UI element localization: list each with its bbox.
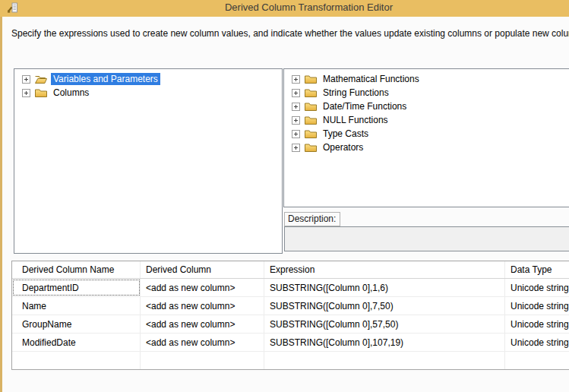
grid-cell-derived-column-name[interactable]: DepartmentID — [12, 279, 141, 296]
tree-item-string-functions[interactable]: String Functions — [284, 86, 569, 100]
tree-item-label[interactable]: Date/Time Functions — [321, 100, 409, 112]
title-bar[interactable]: Derived Column Transformation Editor — [0, 0, 569, 17]
grid-header-derived-column[interactable]: Derived Column — [141, 261, 264, 278]
grid-cell-expression[interactable]: SUBSTRING([Column 0],57,50) — [264, 315, 505, 333]
grid-header-derived-column-name[interactable]: Derived Column Name — [12, 261, 141, 278]
grid-header-row: Derived Column Name Derived Column Expre… — [12, 261, 569, 279]
tree-item-label[interactable]: Type Casts — [321, 128, 371, 140]
tree-item-label[interactable]: Variables and Parameters — [51, 73, 160, 85]
grid-cell-derived-column-name[interactable]: Name — [12, 297, 141, 315]
expand-plus-icon[interactable] — [292, 103, 300, 111]
tree-item-datetime-functions[interactable]: Date/Time Functions — [284, 100, 569, 113]
grid-row: Name <add as new column> SUBSTRING([Colu… — [12, 297, 569, 315]
tree-item-variables-and-parameters[interactable]: Variables and Parameters — [14, 72, 282, 86]
grid-cell-derived-column[interactable] — [141, 352, 264, 369]
expand-plus-icon[interactable] — [292, 89, 300, 97]
grid-header-expression[interactable]: Expression — [264, 261, 505, 278]
grid-cell-derived-column[interactable]: <add as new column> — [141, 279, 264, 296]
grid-row: GroupName <add as new column> SUBSTRING(… — [12, 315, 569, 334]
description-label: Description: — [284, 212, 340, 226]
expand-plus-icon[interactable] — [292, 75, 300, 84]
folder-icon — [305, 115, 317, 125]
grid-cell-data-type[interactable]: Unicode string — [505, 297, 569, 315]
folder-icon — [305, 74, 317, 84]
grid-cell-derived-column-name[interactable]: ModifiedDate — [12, 334, 141, 351]
grid-cell-expression[interactable]: SUBSTRING([Column 0],107,19) — [264, 334, 505, 351]
grid-cell-derived-column[interactable]: <add as new column> — [141, 315, 264, 333]
expand-plus-icon[interactable] — [292, 130, 300, 138]
derived-columns-grid: Derived Column Name Derived Column Expre… — [11, 261, 569, 370]
expand-plus-icon[interactable] — [22, 75, 30, 84]
grid-cell-data-type[interactable]: Unicode string — [505, 279, 569, 296]
description-box — [284, 226, 569, 251]
window-title: Derived Column Transformation Editor — [0, 2, 569, 13]
grid-row-empty — [12, 352, 569, 369]
tree-item-label[interactable]: Mathematical Functions — [321, 73, 422, 85]
source-tree: Variables and Parameters Columns — [14, 69, 282, 100]
grid-cell-expression[interactable]: SUBSTRING([Column 0],1,6) — [264, 279, 505, 296]
tree-item-label[interactable]: Operators — [321, 141, 365, 153]
window-border-left — [0, 17, 2, 392]
tree-item-label[interactable]: NULL Functions — [321, 114, 390, 126]
functions-tree-panel: Mathematical Functions String Functions … — [283, 68, 569, 207]
tree-item-mathematical-functions[interactable]: Mathematical Functions — [284, 72, 569, 86]
tree-item-columns[interactable]: Columns — [14, 86, 282, 100]
folder-icon — [305, 129, 317, 138]
grid-header-data-type[interactable]: Data Type — [505, 261, 569, 278]
functions-tree: Mathematical Functions String Functions … — [284, 69, 569, 154]
folder-icon — [305, 143, 317, 152]
expand-plus-icon[interactable] — [292, 116, 300, 125]
folder-icon — [305, 88, 317, 97]
grid-cell-data-type[interactable]: Unicode string — [505, 315, 569, 333]
grid-cell-derived-column[interactable]: <add as new column> — [141, 334, 264, 351]
grid-cell-data-type[interactable] — [505, 352, 569, 369]
source-tree-panel: Variables and Parameters Columns — [14, 68, 283, 254]
grid-cell-data-type[interactable]: Unicode string — [505, 334, 569, 351]
grid-row: DepartmentID <add as new column> SUBSTRI… — [12, 279, 569, 297]
tree-item-label[interactable]: String Functions — [321, 87, 391, 99]
grid-cell-derived-column-name[interactable]: GroupName — [12, 315, 141, 333]
tree-item-null-functions[interactable]: NULL Functions — [284, 113, 569, 127]
tree-item-operators[interactable]: Operators — [284, 141, 569, 154]
grid-cell-expression[interactable] — [264, 352, 505, 369]
derived-column-editor-window: Derived Column Transformation Editor Spe… — [0, 0, 569, 392]
grid-row: ModifiedDate <add as new column> SUBSTRI… — [12, 334, 569, 352]
grid-cell-derived-column[interactable]: <add as new column> — [141, 297, 264, 315]
instruction-text: Specify the expressions used to create n… — [11, 28, 569, 39]
grid-cell-expression[interactable]: SUBSTRING([Column 0],7,50) — [264, 297, 505, 315]
folder-icon — [35, 88, 47, 97]
folder-icon — [305, 102, 317, 111]
folder-open-icon — [35, 74, 47, 84]
expand-plus-icon[interactable] — [292, 144, 300, 152]
grid-cell-derived-column-name[interactable] — [12, 352, 141, 369]
tree-item-type-casts[interactable]: Type Casts — [284, 127, 569, 141]
expand-plus-icon[interactable] — [22, 89, 30, 97]
tree-item-label[interactable]: Columns — [51, 87, 91, 99]
